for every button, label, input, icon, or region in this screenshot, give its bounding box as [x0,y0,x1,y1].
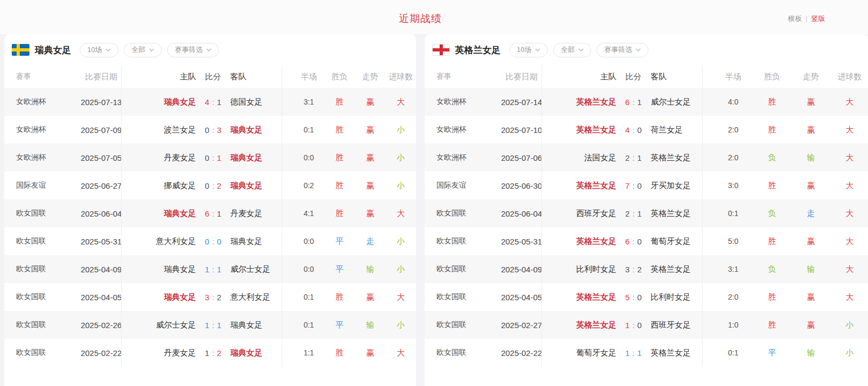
chevron-down-icon [636,48,641,51]
table-row[interactable]: 欧女国联2025-02-27英格兰女足1:0西班牙女足1:0胜赢小 [425,311,868,339]
table-row[interactable]: 国际友谊2025-06-27挪威女足0:2瑞典女足0:2胜赢小 [4,172,416,199]
away-score: 1 [637,348,641,358]
table-row[interactable]: 欧女国联2025-02-22葡萄牙女足1:1英格兰女足0:1平输小 [425,339,868,367]
home-team: 英格兰女足 [553,97,616,107]
result-cell: 胜 [753,320,792,330]
table-row[interactable]: 欧女国联2025-04-09瑞典女足1:1威尔士女足0:0平输小 [4,255,416,283]
stats-cells: 4:1胜赢大 [293,209,416,219]
table-row[interactable]: 欧女国联2025-02-26威尔士女足1:1瑞典女足0:1平输小 [4,311,416,339]
filter-pills: 10场 全部 赛事筛选 [80,43,219,57]
match-cell: 波兰女足0:3瑞典女足 [133,125,293,135]
panel-header: 英格兰女足 10场 全部 赛事筛选 [425,34,868,65]
match-cell: 瑞典女足3:2意大利女足 [133,292,293,302]
table-row[interactable]: 女欧洲杯2025-07-09波兰女足0:3瑞典女足0:1胜赢小 [4,116,416,144]
table-row[interactable]: 欧女国联2025-05-31意大利女足0:0瑞典女足0:0平走小 [4,227,416,255]
result-cell: 胜 [753,97,792,107]
result-cell: 胜 [324,181,354,191]
date-cell: 2025-07-05 [70,153,133,162]
score-colon: : [212,348,214,358]
date-cell: 2025-07-13 [70,98,133,107]
score-colon: : [212,125,214,135]
home-score: 3 [625,265,630,274]
home-team: 英格兰女足 [553,292,616,302]
half-score: 1:1 [293,348,324,357]
match-cell: 英格兰女足4:0荷兰女足 [553,125,714,135]
half-score: 0:1 [714,348,753,357]
date-cell: 2025-02-27 [490,321,553,330]
league-cell: 欧女国联 [425,320,490,330]
toggle-horizontal[interactable]: 横板 [788,14,802,23]
half-score: 1:0 [714,321,753,329]
date-cell: 2025-06-30 [490,181,553,190]
away-team: 瑞典女足 [230,236,293,247]
half-score: 2:0 [714,153,753,162]
goals-cell: 小 [386,264,416,274]
half-score: 0:0 [293,265,324,273]
match-cell: 英格兰女足6:0葡萄牙女足 [553,236,714,247]
matches-count-dropdown[interactable]: 10场 [80,43,118,57]
trend-cell: 走 [791,209,831,219]
england-flag-icon [432,44,450,56]
table-row[interactable]: 女欧洲杯2025-07-13瑞典女足4:1德国女足3:1胜赢大 [4,88,416,116]
toggle-separator: | [806,14,807,23]
table-row[interactable]: 欧女国联2025-02-22丹麦女足1:2瑞典女足1:1胜赢大 [4,339,416,367]
col-header-winloss: 胜负 [753,72,792,82]
away-team: 瑞典女足 [230,181,293,191]
table-row[interactable]: 国际友谊2025-06-30英格兰女足7:0牙买加女足3:0胜赢大 [425,172,868,199]
table-row[interactable]: 女欧洲杯2025-07-10英格兰女足4:0荷兰女足2:0胜赢大 [425,116,868,144]
table-row[interactable]: 女欧洲杯2025-07-14英格兰女足6:1威尔士女足4:0胜赢大 [425,88,868,116]
table-row[interactable]: 欧女国联2025-04-05瑞典女足3:2意大利女足0:1胜赢大 [4,283,416,311]
toggle-vertical[interactable]: 竖版 [811,14,825,23]
half-score: 4:1 [293,209,324,218]
score: 7:0 [616,181,651,190]
table-row[interactable]: 欧女国联2025-06-04瑞典女足6:1丹麦女足4:1胜赢大 [4,199,416,227]
stats-cells: 3:1负输大 [714,264,868,274]
table-row[interactable]: 欧女国联2025-05-31英格兰女足6:0葡萄牙女足5:0胜赢大 [425,227,868,255]
score: 0:3 [196,125,230,135]
table-row[interactable]: 女欧洲杯2025-07-05丹麦女足0:1瑞典女足0:0胜赢小 [4,144,416,172]
stats-cells: 0:1平输小 [293,320,416,330]
half-score: 0:0 [293,153,324,162]
home-score: 1 [625,348,630,358]
result-cell: 负 [753,209,792,219]
table-row[interactable]: 欧女国联2025-04-05英格兰女足5:0比利时女足2:0胜赢大 [425,283,868,311]
away-team: 比利时女足 [651,292,714,302]
competition-filter-dropdown[interactable]: 赛事筛选 [167,43,219,57]
chevron-down-icon [206,48,212,51]
home-team: 英格兰女足 [553,181,616,191]
trend-cell: 赢 [791,236,831,247]
away-score: 2 [637,265,641,274]
venue-dropdown[interactable]: 全部 [553,43,591,57]
date-cell: 2025-07-06 [490,153,553,162]
result-cell: 胜 [753,125,792,135]
table-row[interactable]: 欧女国联2025-04-09比利时女足3:2英格兰女足3:1负输大 [425,255,868,283]
panel-sweden: 瑞典女足 10场 全部 赛事筛选 赛事 比赛日期 主队 比分 客队 半场 胜 [4,34,416,386]
stats-cells: 5:0胜赢大 [714,236,868,247]
trend-cell: 赢 [355,125,386,135]
away-score: 1 [217,209,221,218]
result-cell: 平 [753,348,792,358]
score-colon: : [212,98,214,107]
home-score: 7 [625,181,630,190]
goals-cell: 大 [831,292,868,302]
result-cell: 负 [753,153,792,163]
goals-cell: 大 [831,97,868,107]
home-score: 4 [625,125,630,135]
competition-filter-dropdown[interactable]: 赛事筛选 [597,43,648,57]
col-header-date: 比赛日期 [490,72,553,82]
match-cell: 英格兰女足7:0牙买加女足 [553,181,714,191]
column-divider [121,65,122,367]
home-score: 2 [625,209,630,218]
venue-dropdown[interactable]: 全部 [124,43,162,57]
date-cell: 2025-05-31 [70,237,133,246]
trend-cell: 走 [355,236,386,247]
matches-count-dropdown[interactable]: 10场 [509,43,548,57]
stats-cells: 1:1胜赢大 [293,348,416,358]
away-team: 瑞典女足 [230,348,293,358]
table-row[interactable]: 欧女国联2025-06-04西班牙女足2:1英格兰女足0:1负走大 [425,199,868,227]
score: 4:0 [616,125,651,135]
away-team: 荷兰女足 [651,125,714,135]
league-cell: 欧女国联 [425,292,490,302]
table-row[interactable]: 女欧洲杯2025-07-06法国女足2:1英格兰女足2:0负输大 [425,144,868,172]
result-cell: 胜 [753,181,792,191]
